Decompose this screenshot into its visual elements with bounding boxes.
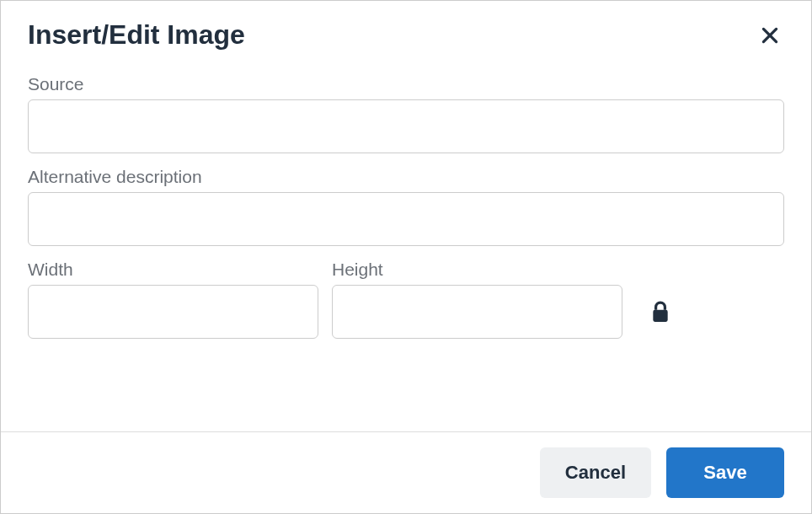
- source-field-group: Source: [28, 74, 784, 153]
- dialog-header: Insert/Edit Image: [1, 1, 811, 66]
- alt-input[interactable]: [28, 192, 784, 246]
- lock-wrapper: [636, 285, 675, 339]
- height-field-group: Height: [332, 260, 622, 339]
- dialog-title: Insert/Edit Image: [28, 19, 245, 51]
- source-input[interactable]: [28, 99, 784, 153]
- height-input[interactable]: [332, 285, 622, 339]
- constrain-proportions-button[interactable]: [646, 296, 675, 328]
- close-button[interactable]: [756, 21, 784, 50]
- alt-label: Alternative description: [28, 167, 784, 187]
- width-field-group: Width: [28, 260, 318, 339]
- save-button[interactable]: Save: [666, 447, 784, 498]
- height-label: Height: [332, 260, 622, 280]
- dialog-body: Source Alternative description Width Hei…: [1, 66, 811, 431]
- lock-icon: [651, 301, 670, 323]
- source-label: Source: [28, 74, 784, 94]
- dimensions-row: Width Height: [28, 260, 784, 339]
- cancel-button[interactable]: Cancel: [540, 447, 651, 498]
- image-dialog: Insert/Edit Image Source Alternative des…: [0, 0, 812, 514]
- dialog-footer: Cancel Save: [1, 431, 811, 513]
- alt-field-group: Alternative description: [28, 167, 784, 246]
- svg-rect-2: [653, 310, 667, 322]
- width-input[interactable]: [28, 285, 318, 339]
- close-icon: [759, 24, 781, 46]
- width-label: Width: [28, 260, 318, 280]
